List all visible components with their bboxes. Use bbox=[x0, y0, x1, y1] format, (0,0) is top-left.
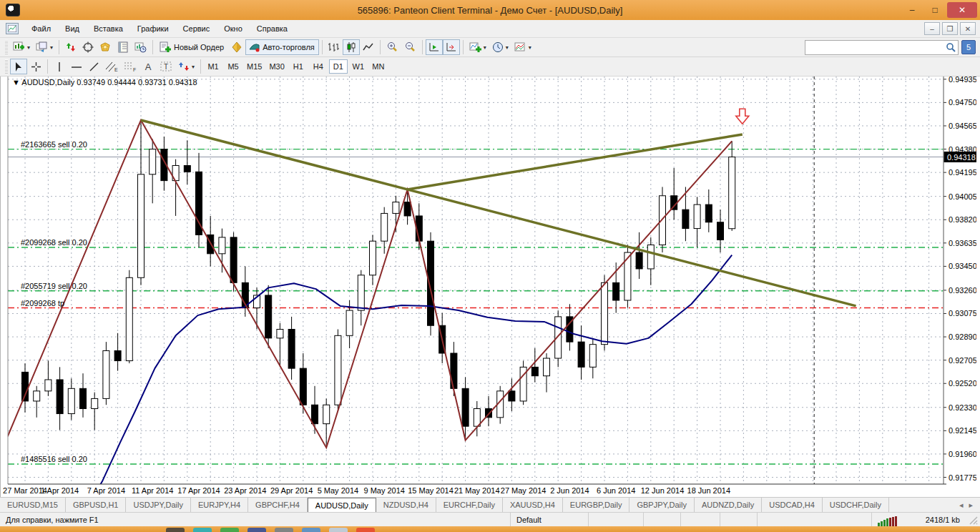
templates-button[interactable]: ▾ bbox=[511, 39, 534, 55]
status-profile[interactable]: Default bbox=[510, 513, 589, 526]
candle-body bbox=[578, 342, 584, 367]
zoom-out-button[interactable] bbox=[401, 39, 419, 55]
autotrading-toggle[interactable]: Авто-торговля bbox=[245, 39, 319, 55]
new-order-button[interactable]: Новый Ордер bbox=[156, 39, 228, 55]
label-tool-letter: T bbox=[164, 63, 168, 71]
chart-plot[interactable]: 0.949350.947500.945650.943800.941950.940… bbox=[1, 77, 976, 497]
price-tick-label: 0.93260 bbox=[949, 286, 976, 295]
chart-minimize-button[interactable]: – bbox=[924, 22, 940, 35]
candle-body bbox=[335, 335, 341, 405]
menu-Окно[interactable]: Окно bbox=[217, 21, 250, 36]
window-maximize-button[interactable]: □ bbox=[924, 3, 946, 17]
chart-tab-GBPCHF,H4[interactable]: GBPCHF,H4 bbox=[248, 498, 308, 512]
horizontal-line-tool[interactable] bbox=[68, 59, 85, 74]
menu-Вставка[interactable]: Вставка bbox=[87, 21, 130, 36]
window-minimize-button[interactable]: – bbox=[901, 3, 923, 17]
os-taskbar[interactable] bbox=[0, 526, 980, 532]
bar-chart-button[interactable] bbox=[325, 39, 343, 55]
chevron-down-icon: ▾ bbox=[529, 44, 531, 51]
vertical-line-tool[interactable] bbox=[51, 59, 68, 74]
search-icon[interactable] bbox=[945, 41, 958, 53]
equidistant-channel-tool[interactable]: E bbox=[102, 59, 121, 74]
tabs-scroll-left-icon[interactable]: ◂ bbox=[959, 501, 964, 510]
candle-body bbox=[265, 295, 272, 338]
toolbar-grip[interactable] bbox=[5, 59, 8, 74]
chart-tab-GBPUSD,H1[interactable]: GBPUSD,H1 bbox=[66, 498, 127, 512]
timeframe-M1[interactable]: M1 bbox=[204, 59, 222, 74]
candlestick-chart-button[interactable] bbox=[343, 39, 360, 55]
crosshair-tool-button[interactable] bbox=[27, 59, 44, 74]
chart-close-button[interactable]: ✕ bbox=[960, 22, 976, 35]
candle-body bbox=[602, 282, 608, 344]
window-close-button[interactable]: ✕ bbox=[947, 2, 977, 18]
chart-tab-USDCAD,H4[interactable]: USDCAD,H4 bbox=[762, 498, 823, 512]
line-chart-button[interactable] bbox=[360, 39, 377, 55]
chart-tab-EURUSD,M15[interactable]: EURUSD,M15 bbox=[0, 498, 66, 512]
chart-tab-GBPJPY,Daily[interactable]: GBPJPY,Daily bbox=[629, 498, 695, 512]
timeframe-W1[interactable]: W1 bbox=[349, 59, 368, 74]
candle-body bbox=[230, 237, 237, 282]
chart-tab-NZDUSD,H4[interactable]: NZDUSD,H4 bbox=[376, 498, 436, 512]
notifications-icon[interactable]: 5 bbox=[961, 40, 976, 54]
text-tool[interactable]: A bbox=[139, 59, 157, 74]
trendline-tool[interactable] bbox=[85, 59, 102, 74]
chart-tab-AUDUSD,Daily[interactable]: AUDUSD,Daily bbox=[308, 498, 376, 512]
market-watch-button[interactable] bbox=[62, 39, 79, 55]
chart-tab-EURCHF,Daily[interactable]: EURCHF,Daily bbox=[436, 498, 503, 512]
arrows-tool[interactable]: ▾ bbox=[175, 59, 197, 74]
chart-tab-USDJPY,Daily[interactable]: USDJPY,Daily bbox=[126, 498, 191, 512]
chart-tab-XAUUSD,H4[interactable]: XAUUSD,H4 bbox=[503, 498, 563, 512]
date-tick-label: 15 May 2014 bbox=[408, 486, 454, 495]
candle-body bbox=[288, 330, 295, 369]
strategy-tester-button[interactable] bbox=[132, 39, 150, 55]
chart-shift-button[interactable] bbox=[443, 39, 460, 55]
menu-Справка[interactable]: Справка bbox=[250, 21, 295, 36]
zoom-in-button[interactable] bbox=[383, 39, 401, 55]
traffic-counter: 2418/1 kb bbox=[903, 513, 967, 526]
chart-tab-EURGBP,Daily[interactable]: EURGBP,Daily bbox=[563, 498, 630, 512]
chart-panel: 0.949350.947500.945650.943800.941950.940… bbox=[0, 77, 980, 497]
timeframe-H1[interactable]: H1 bbox=[289, 59, 308, 74]
menu-Файл[interactable]: Файл bbox=[24, 21, 58, 36]
order-label: #2163665 sell 0.20 bbox=[21, 140, 87, 149]
search-input[interactable] bbox=[805, 41, 945, 54]
chevron-down-icon: ▾ bbox=[192, 64, 195, 70]
timeframe-D1[interactable]: D1 bbox=[329, 59, 348, 74]
timeframe-M30[interactable]: M30 bbox=[266, 59, 287, 74]
candle-body bbox=[462, 388, 469, 426]
metaeditor-button[interactable] bbox=[228, 39, 245, 55]
toolbar-grip[interactable] bbox=[5, 40, 8, 54]
candle-body bbox=[682, 210, 689, 228]
new-chart-button[interactable]: ▾ bbox=[10, 39, 33, 55]
date-tick-label: 21 May 2014 bbox=[454, 486, 500, 495]
chart-tab-EURJPY,H4[interactable]: EURJPY,H4 bbox=[191, 498, 248, 512]
terminal-button[interactable] bbox=[114, 39, 132, 55]
tabs-scroll-right-icon[interactable]: ▸ bbox=[969, 501, 973, 510]
fibonacci-tool[interactable]: F bbox=[121, 59, 139, 74]
timeframe-MN[interactable]: MN bbox=[369, 59, 388, 74]
auto-scroll-button[interactable] bbox=[426, 39, 443, 55]
cursor-tool-button[interactable] bbox=[10, 59, 27, 74]
text-label-tool[interactable]: T bbox=[157, 59, 175, 74]
menu-Вид[interactable]: Вид bbox=[58, 21, 87, 36]
favorites-button[interactable] bbox=[97, 39, 114, 55]
timeframe-M15[interactable]: M15 bbox=[244, 59, 265, 74]
candle-body bbox=[509, 391, 515, 401]
menu-Сервис[interactable]: Сервис bbox=[176, 21, 217, 36]
chart-tab-AUDNZD,Daily[interactable]: AUDNZD,Daily bbox=[695, 498, 762, 512]
timeframe-H4[interactable]: H4 bbox=[309, 59, 328, 74]
navigator-button[interactable] bbox=[79, 39, 97, 55]
standard-toolbar: ▾ ▾ Новый Ордер Авт bbox=[0, 38, 980, 57]
connection-signal-icon bbox=[872, 513, 903, 526]
candle-body bbox=[184, 165, 190, 172]
timeframe-M5[interactable]: M5 bbox=[224, 59, 242, 74]
profiles-button[interactable]: ▾ bbox=[33, 39, 56, 55]
resize-grip[interactable] bbox=[967, 514, 979, 526]
indicators-button[interactable]: ▾ bbox=[466, 39, 489, 55]
date-tick-label: 9 May 2014 bbox=[363, 486, 404, 495]
menu-Графики[interactable]: Графики bbox=[130, 21, 176, 36]
chart-restore-button[interactable]: ❐ bbox=[942, 22, 958, 35]
price-tick-label: 0.92330 bbox=[949, 403, 976, 412]
periods-button[interactable]: ▾ bbox=[489, 39, 511, 55]
chart-tab-USDCHF,Daily[interactable]: USDCHF,Daily bbox=[823, 498, 889, 512]
